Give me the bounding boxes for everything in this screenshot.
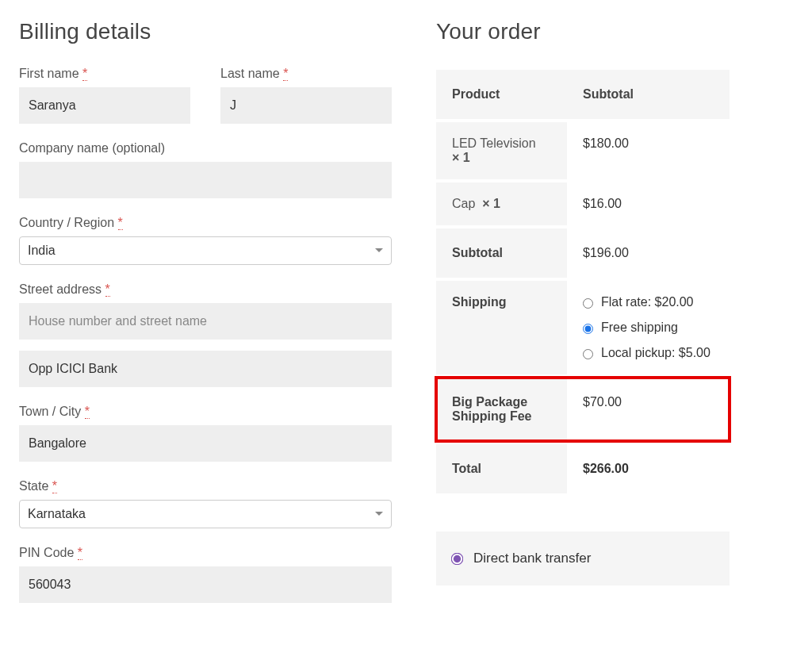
- table-row: LED Television× 1 $180.00: [436, 122, 730, 179]
- order-header-product: Product: [436, 70, 567, 119]
- billing-details-section: Billing details First name * Last name *…: [19, 19, 392, 620]
- company-field-wrap: Company name (optional): [19, 141, 392, 198]
- shipping-radio-flatrate[interactable]: [583, 298, 593, 309]
- street-field[interactable]: [19, 303, 392, 340]
- state-select[interactable]: Karnataka: [19, 500, 392, 528]
- subtotal-value: $196.00: [567, 228, 730, 278]
- pin-field[interactable]: [19, 566, 392, 603]
- order-summary-section: Your order Product Subtotal LED Televisi…: [436, 19, 730, 620]
- order-title: Your order: [436, 19, 730, 44]
- order-table: Product Subtotal LED Television× 1 $180.…: [436, 67, 730, 497]
- payment-method-box: Direct bank transfer: [436, 532, 730, 585]
- table-row: Cap × 1 $16.00: [436, 182, 730, 225]
- street2-field[interactable]: [19, 351, 392, 387]
- subtotal-row: Subtotal $196.00: [436, 228, 730, 278]
- shipping-option[interactable]: Flat rate: $20.00: [583, 295, 714, 309]
- order-item-name: Cap × 1: [436, 182, 567, 225]
- fee-value: $70.00: [567, 378, 730, 441]
- city-field-wrap: Town / City *: [19, 405, 392, 462]
- payment-option-label: Direct bank transfer: [473, 551, 591, 566]
- order-item-subtotal: $180.00: [567, 122, 730, 179]
- street2-field-wrap: [19, 351, 392, 387]
- first-name-label: First name *: [19, 67, 190, 81]
- last-name-label: Last name *: [220, 67, 392, 81]
- total-label: Total: [436, 444, 567, 493]
- state-label: State *: [19, 479, 392, 493]
- shipping-row: Shipping Flat rate: $20.00 Free shipping: [436, 281, 730, 374]
- shipping-options-cell: Flat rate: $20.00 Free shipping Local pi…: [567, 281, 730, 374]
- country-label: Country / Region *: [19, 216, 392, 230]
- first-name-field-wrap: First name *: [19, 67, 190, 124]
- first-name-field[interactable]: [19, 87, 190, 124]
- billing-title: Billing details: [19, 19, 392, 44]
- shipping-radio-free[interactable]: [583, 324, 593, 334]
- last-name-field[interactable]: [220, 87, 392, 124]
- total-row: Total $266.00: [436, 444, 730, 493]
- pin-field-wrap: PIN Code *: [19, 546, 392, 603]
- country-field-wrap: Country / Region * India: [19, 216, 392, 265]
- company-label: Company name (optional): [19, 141, 392, 155]
- country-select[interactable]: India: [19, 236, 392, 265]
- total-value: $266.00: [567, 444, 730, 493]
- city-label: Town / City *: [19, 405, 392, 419]
- shipping-option[interactable]: Local pickup: $5.00: [583, 346, 714, 360]
- order-header-subtotal: Subtotal: [567, 70, 730, 119]
- street-label: Street address *: [19, 282, 392, 297]
- shipping-option[interactable]: Free shipping: [583, 320, 714, 335]
- last-name-field-wrap: Last name *: [220, 67, 392, 124]
- order-item-name: LED Television× 1: [436, 122, 567, 179]
- shipping-label: Shipping: [436, 281, 567, 374]
- order-item-subtotal: $16.00: [567, 182, 730, 225]
- state-field-wrap: State * Karnataka: [19, 479, 392, 528]
- city-field[interactable]: [19, 425, 392, 462]
- company-field[interactable]: [19, 162, 392, 198]
- subtotal-label: Subtotal: [436, 228, 567, 278]
- street-field-wrap: Street address *: [19, 282, 392, 340]
- payment-radio-bank-transfer[interactable]: [451, 552, 464, 565]
- pin-label: PIN Code *: [19, 546, 392, 560]
- shipping-radio-localpickup[interactable]: [583, 349, 593, 359]
- fee-label: Big Package Shipping Fee: [436, 378, 567, 441]
- big-package-fee-row: Big Package Shipping Fee $70.00: [436, 378, 730, 441]
